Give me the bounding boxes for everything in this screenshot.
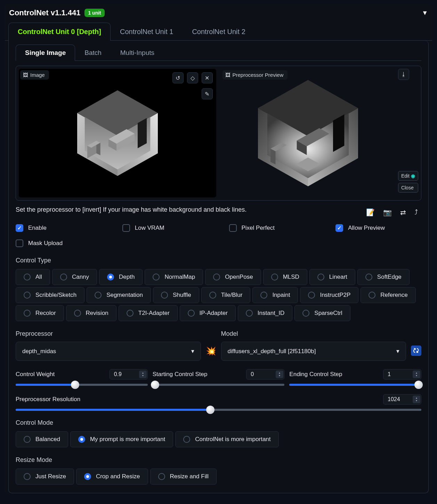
control-type-label: Control Type <box>16 257 421 264</box>
control-type-instructp2p[interactable]: InstructP2P <box>300 287 358 303</box>
allow-preview-checkbox[interactable]: Allow Preview <box>335 224 421 232</box>
control-mode-balanced[interactable]: Balanced <box>16 431 68 447</box>
control-type-softedge[interactable]: SoftEdge <box>357 269 410 285</box>
input-image-col: 🖼 Image <box>19 69 216 197</box>
resize-mode-just-resize[interactable]: Just Resize <box>16 469 74 485</box>
unit-count-badge: 1 unit <box>84 9 104 17</box>
preview-image-col: 🖼 Preprocessor Preview <box>221 69 419 197</box>
tab-unit-0[interactable]: ControlNet Unit 0 [Depth] <box>8 23 111 41</box>
stepper-icon[interactable]: ▴▾ <box>139 371 147 378</box>
chevron-down-icon: ▾ <box>191 348 194 355</box>
close-icon[interactable]: ✕ <box>202 72 213 83</box>
control-type-reference[interactable]: Reference <box>361 287 415 303</box>
control-type-normalmap[interactable]: NormalMap <box>145 269 203 285</box>
hint-text: Set the preprocessor to [invert] If your… <box>16 206 246 213</box>
control-mode-label: Control Mode <box>16 419 421 426</box>
action-icons: 📝 📷 ⇄ ⤴ <box>366 206 421 217</box>
control-type-inpaint[interactable]: Inpaint <box>252 287 298 303</box>
send-dims-icon[interactable]: ⤴ <box>414 208 418 217</box>
model-select[interactable]: diffusers_xl_depth_full [2f51180b] ▾ <box>221 342 406 361</box>
control-type-scribble-sketch[interactable]: Scribble/Sketch <box>16 287 84 303</box>
panel-header: ControlNet v1.1.441 1 unit ▼ <box>5 5 432 22</box>
swap-icon[interactable]: ⇄ <box>400 208 406 217</box>
unit-tabs: ControlNet Unit 0 [Depth] ControlNet Uni… <box>5 22 432 41</box>
start-step-track[interactable] <box>153 384 285 386</box>
preview-label: 🖼 Preprocessor Preview <box>222 70 288 80</box>
tab-multi-inputs[interactable]: Multi-Inputs <box>111 44 164 61</box>
tab-unit-1[interactable]: ControlNet Unit 1 <box>111 23 183 41</box>
stepper-icon[interactable]: ▴▾ <box>413 396 420 403</box>
camera-icon[interactable]: 📷 <box>383 208 392 217</box>
tab-unit-2[interactable]: ControlNet Unit 2 <box>183 23 254 41</box>
preproc-res-slider: Preprocessor Resolution 1024 ▴▾ <box>16 394 421 411</box>
erase-icon[interactable]: ◇ <box>187 72 198 83</box>
control-type-t2i-adapter[interactable]: T2I-Adapter <box>119 305 178 321</box>
preview-toolbar: ⭳ Edit ◉ Close <box>398 69 418 197</box>
chevron-down-icon: ▾ <box>396 348 399 355</box>
tab-batch[interactable]: Batch <box>75 44 111 61</box>
stepper-icon[interactable]: ▴▾ <box>276 371 283 378</box>
preprocessor-label: Preprocessor <box>16 330 201 338</box>
control-type-tile-blur[interactable]: Tile/Blur <box>201 287 251 303</box>
start-step-slider: Starting Control Step 0 ▴▾ <box>153 369 285 386</box>
control-weight-track[interactable] <box>16 384 148 386</box>
collapse-toggle-icon[interactable]: ▼ <box>422 9 428 17</box>
control-type-sparsectrl[interactable]: SparseCtrl <box>294 305 350 321</box>
input-image-toolbar: ↺ ◇ ✕ <box>172 72 213 83</box>
brush-icon[interactable]: ✎ <box>202 88 213 99</box>
image-icon: 🖼 <box>23 72 28 78</box>
svg-marker-6 <box>138 118 147 148</box>
resize-mode-crop-and-resize[interactable]: Crop and Resize <box>76 469 148 485</box>
new-canvas-icon[interactable]: 📝 <box>366 208 375 217</box>
preprocessor-select[interactable]: depth_midas ▾ <box>16 342 201 361</box>
control-type-depth[interactable]: Depth <box>99 269 143 285</box>
image-row: 🖼 Image <box>16 66 421 201</box>
control-type-group: AllCannyDepthNormalMapOpenPoseMLSDLinear… <box>16 269 421 321</box>
control-type-canny[interactable]: Canny <box>52 269 97 285</box>
input-image-canvas[interactable] <box>19 69 216 197</box>
control-type-instant-id[interactable]: Instant_ID <box>238 305 293 321</box>
close-button[interactable]: Close <box>398 183 418 193</box>
undo-icon[interactable]: ↺ <box>172 72 184 83</box>
enable-checkbox[interactable]: Enable <box>16 224 102 232</box>
low-vram-checkbox[interactable]: Low VRAM <box>122 224 208 232</box>
control-type-recolor[interactable]: Recolor <box>16 305 64 321</box>
panel-title: ControlNet v1.1.441 <box>9 8 80 17</box>
run-preprocessor-icon[interactable]: 💥 <box>206 346 216 361</box>
start-step-input[interactable]: 0 ▴▾ <box>246 369 284 380</box>
control-mode-controlnet-is-more-important[interactable]: ControlNet is more important <box>175 431 278 447</box>
svg-marker-19 <box>270 149 275 164</box>
svg-marker-17 <box>333 114 344 152</box>
refresh-models-icon[interactable]: 🗘 <box>411 346 421 356</box>
control-type-openpose[interactable]: OpenPose <box>205 269 261 285</box>
end-step-input[interactable]: 1 ▴▾ <box>383 369 421 380</box>
control-type-ip-adapter[interactable]: IP-Adapter <box>180 305 236 321</box>
image-mode-tabs: Single Image Batch Multi-Inputs <box>16 44 421 61</box>
model-label: Model <box>221 330 406 338</box>
end-step-slider: Ending Control Step 1 ▴▾ <box>289 369 421 386</box>
edit-button[interactable]: Edit ◉ <box>398 171 418 181</box>
control-mode-group: BalancedMy prompt is more importantContr… <box>16 431 421 447</box>
control-type-revision[interactable]: Revision <box>66 305 116 321</box>
preproc-res-input[interactable]: 1024 ▴▾ <box>383 394 421 405</box>
resize-mode-label: Resize Mode <box>16 456 421 464</box>
preview-image-canvas[interactable] <box>221 69 395 197</box>
tab-single-image[interactable]: Single Image <box>16 44 75 61</box>
unit-content: Single Image Batch Multi-Inputs 🖼 Image <box>8 41 429 493</box>
control-type-segmentation[interactable]: Segmentation <box>87 287 151 303</box>
input-image-label: 🖼 Image <box>20 70 49 80</box>
preproc-res-track[interactable] <box>16 409 421 411</box>
controlnet-panel: ControlNet v1.1.441 1 unit ▼ ControlNet … <box>5 5 432 493</box>
stepper-icon[interactable]: ▴▾ <box>413 371 420 378</box>
control-mode-my-prompt-is-more-important[interactable]: My prompt is more important <box>70 431 173 447</box>
end-step-track[interactable] <box>289 384 421 386</box>
control-type-all[interactable]: All <box>16 269 50 285</box>
mask-upload-checkbox[interactable]: Mask Upload <box>16 239 421 247</box>
control-type-mlsd[interactable]: MLSD <box>263 269 307 285</box>
resize-mode-resize-and-fill[interactable]: Resize and Fill <box>150 469 217 485</box>
control-weight-input[interactable]: 0.9 ▴▾ <box>110 369 148 380</box>
control-type-shuffle[interactable]: Shuffle <box>153 287 199 303</box>
download-icon[interactable]: ⭳ <box>398 69 409 80</box>
control-type-lineart[interactable]: Lineart <box>309 269 355 285</box>
pixel-perfect-checkbox[interactable]: Pixel Perfect <box>229 224 315 232</box>
